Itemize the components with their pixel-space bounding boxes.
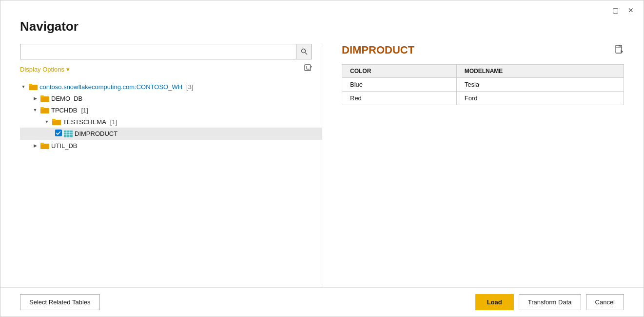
export-icon [614,44,624,54]
refresh-icon [304,64,312,72]
display-options-row: Display Options ▾ [20,64,322,74]
checkbox-checked-icon[interactable] [55,130,62,138]
chevron-collapsed-icon: ▶ [32,142,39,149]
search-input[interactable] [20,44,296,59]
folder-icon [40,94,49,102]
cell-color-2: Red [342,92,457,105]
preview-title: DIMPRODUCT [342,44,414,56]
col-header-color: COLOR [342,65,457,78]
transform-data-button[interactable]: Transform Data [519,294,581,310]
refresh-button[interactable] [304,64,312,74]
folder-icon [52,118,61,126]
table-row: Blue Tesla [342,78,624,92]
dimproduct-label: DIMPRODUCT [75,130,117,137]
load-button[interactable]: Load [475,294,514,310]
display-options-button[interactable]: Display Options ▾ [20,66,70,73]
tree-area: ▼ contoso.snowflakecomputing.com:CONTOSO… [20,81,322,302]
svg-rect-2 [305,65,311,71]
content-area: Display Options ▾ ▼ [0,44,644,302]
footer: Select Related Tables Load Transform Dat… [0,287,644,317]
tree-node-root[interactable]: ▼ contoso.snowflakecomputing.com:CONTOSO… [20,81,322,93]
chevron-expanded-icon: ▼ [43,118,50,125]
tree-node-demo-db[interactable]: ▶ DEMO_DB [20,93,322,104]
svg-line-1 [305,53,307,55]
preview-header: DIMPRODUCT [342,44,624,56]
svg-rect-11 [40,107,44,109]
search-bar-row [20,44,322,59]
table-row: Red Ford [342,92,624,105]
left-panel: Display Options ▾ ▼ [0,44,322,302]
demo-db-label: DEMO_DB [51,95,82,102]
svg-rect-14 [56,130,62,136]
testschema-label: TESTSCHEMA [63,118,106,126]
util-db-label: UTIL_DB [51,142,77,149]
svg-rect-7 [29,84,32,86]
tree-node-util-db[interactable]: ▶ UTIL_DB [20,140,322,151]
folder-icon [40,142,49,149]
page-title: Navigator [0,15,644,44]
search-icon [301,48,308,55]
right-panel: DIMPRODUCT COLOR MODELNAME [322,44,644,302]
cancel-button[interactable]: Cancel [586,294,624,310]
cell-modelname-1: Tesla [456,78,624,92]
search-button[interactable] [296,44,312,59]
chevron-expanded-icon: ▼ [20,83,27,90]
tree-node-dimproduct[interactable]: DIMPRODUCT [20,128,322,140]
cell-color-1: Blue [342,78,457,92]
testschema-badge: [1] [110,118,117,126]
table-icon [64,130,73,138]
title-bar: ▢ ✕ [0,0,644,15]
footer-right: Load Transform Data Cancel [475,294,624,310]
root-node-label: contoso.snowflakecomputing.com:CONTOSO_W… [39,83,182,91]
col-header-modelname: MODELNAME [456,65,624,78]
svg-rect-15 [64,131,73,137]
chevron-down-icon: ▾ [66,66,70,73]
minimize-button[interactable]: ▢ [610,5,620,15]
svg-rect-21 [40,143,44,145]
close-button[interactable]: ✕ [626,5,636,15]
tree-node-testschema[interactable]: ▼ TESTSCHEMA [1] [20,116,322,128]
preview-table: COLOR MODELNAME Blue Tesla Red Ford [342,64,624,105]
root-node-badge: [3] [186,83,193,91]
folder-icon [40,106,49,114]
cell-modelname-2: Ford [456,92,624,105]
svg-point-0 [301,49,305,53]
svg-rect-9 [40,95,44,97]
select-related-button[interactable]: Select Related Tables [20,294,100,310]
tpchdb-badge: [1] [81,107,88,114]
folder-icon [29,83,38,91]
footer-left: Select Related Tables [20,294,100,310]
tpchdb-label: TPCHDB [51,107,77,114]
svg-rect-13 [52,119,56,121]
chevron-collapsed-icon: ▶ [32,95,39,102]
chevron-expanded-icon: ▼ [32,107,39,113]
tree-node-tpchdb[interactable]: ▼ TPCHDB [1] [20,104,322,116]
preview-export-button[interactable] [614,44,624,56]
display-options-label: Display Options [20,66,64,73]
